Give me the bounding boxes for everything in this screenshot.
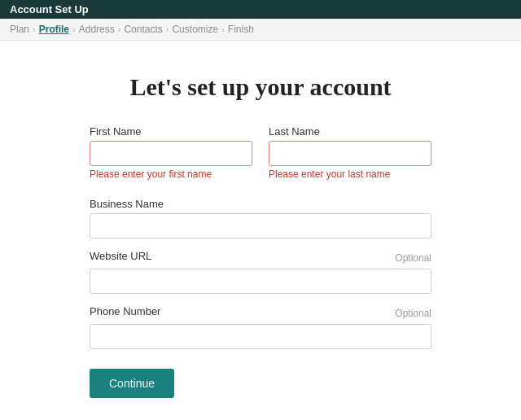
last-name-label: Last Name [269, 125, 431, 138]
first-name-group: First Name Please enter your first name [90, 125, 252, 180]
name-row: First Name Please enter your first name … [90, 125, 431, 191]
phone-optional-text: Optional [395, 308, 431, 319]
breadcrumb-profile[interactable]: Profile [39, 24, 69, 35]
breadcrumb-sep-4: › [166, 24, 169, 34]
business-name-label: Business Name [90, 198, 431, 210]
last-name-input[interactable] [269, 141, 431, 166]
business-name-input[interactable] [90, 213, 431, 238]
top-bar: Account Set Up [0, 0, 521, 19]
first-name-input[interactable] [90, 141, 252, 166]
breadcrumb-sep-1: › [33, 24, 36, 34]
breadcrumb-address[interactable]: Address [79, 24, 115, 35]
last-name-group: Last Name Please enter your last name [269, 125, 431, 180]
phone-number-input[interactable] [90, 324, 431, 349]
last-name-error: Please enter your last name [269, 168, 431, 180]
phone-number-group: Phone Number Optional [90, 305, 431, 349]
website-url-group: Website URL Optional [90, 250, 431, 294]
website-url-input[interactable] [90, 269, 431, 294]
breadcrumb-sep-2: › [72, 24, 76, 34]
continue-button[interactable]: Continue [90, 369, 174, 398]
page-heading: Let's set up your account [129, 73, 391, 101]
breadcrumb-customize[interactable]: Customize [172, 24, 218, 35]
first-name-label: First Name [90, 125, 252, 138]
breadcrumb: Plan › Profile › Address › Contacts › Cu… [0, 19, 521, 41]
main-content: Let's set up your account First Name Ple… [0, 41, 521, 420]
form-container: First Name Please enter your first name … [90, 125, 431, 398]
website-url-label: Website URL [90, 250, 151, 262]
breadcrumb-finish[interactable]: Finish [228, 24, 254, 35]
breadcrumb-sep-5: › [221, 24, 225, 34]
app-title: Account Set Up [10, 3, 89, 15]
phone-number-label: Phone Number [90, 305, 160, 317]
website-optional-text: Optional [395, 252, 431, 264]
breadcrumb-plan[interactable]: Plan [10, 24, 29, 35]
breadcrumb-sep-3: › [118, 24, 121, 34]
first-name-error: Please enter your first name [90, 168, 252, 180]
breadcrumb-contacts[interactable]: Contacts [124, 24, 162, 35]
business-name-group: Business Name [90, 198, 431, 238]
